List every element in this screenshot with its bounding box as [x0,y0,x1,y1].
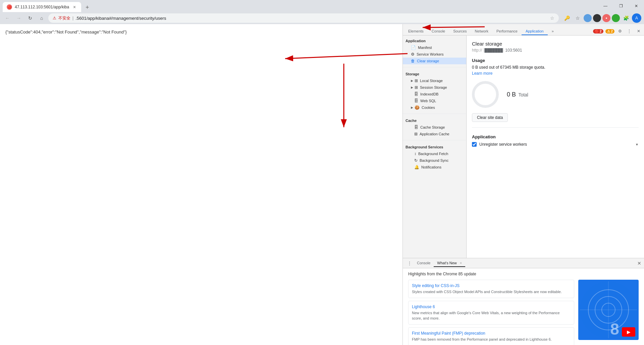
sidebar-item-cookies[interactable]: ▶ 🍪 Cookies [403,104,466,111]
tab-application[interactable]: Application [522,28,548,35]
sidebar-section-storage: Storage [403,70,466,77]
clear-storage-panel: Clear storage http:// ███████ 103:5601 U… [467,36,644,153]
key-icon[interactable]: 🔑 [562,13,572,23]
tab-favicon: 🔴 [7,4,12,10]
bottom-panel-close-button[interactable]: ✕ [637,261,641,266]
bg-sync-icon: ↻ [414,158,418,163]
close-button[interactable]: ✕ [629,0,644,12]
tab-more[interactable]: » [548,28,558,35]
page-content: {"statusCode":404,"error":"Not Found","m… [0,24,402,345]
devtools-settings-button[interactable]: ⚙ [616,27,624,35]
devtools-controls: 🔴 2 ⚠ 2 ⚙ ⋮ ✕ [593,27,643,35]
wn-item-title-1[interactable]: Lighthouse 6 [412,304,571,309]
error-badge: 🔴 2 [593,29,603,33]
application-section: Application Unregister service workers ▼ [472,134,639,147]
whats-new-header: Highlights from the Chrome 85 update [408,272,639,276]
error-message: {"statusCode":404,"error":"Not Found","m… [5,29,127,34]
tab-performance[interactable]: Performance [492,28,522,35]
tab-sources[interactable]: Sources [449,28,471,35]
cookies-icon: 🍪 [415,105,420,110]
forward-button[interactable]: → [14,13,23,23]
sidebar-item-notifications[interactable]: 🔔 Notifications [403,164,466,170]
sidebar-item-cache-storage[interactable]: 🗄 Cache Storage [403,124,466,131]
extension1-icon[interactable] [584,14,592,22]
usage-text: 0 B used out of 67345 MB storage quota. [472,65,639,70]
wn-item-title-2[interactable]: First Meaningful Paint (FMP) deprecation [412,331,571,336]
browser-content: {"statusCode":404,"error":"Not Found","m… [0,24,644,345]
sidebar-item-local-storage[interactable]: ▶ ⊞ Local Storage [403,77,466,84]
browser-frame: 🔴 47.113.112.103:5601/app/kiba × + — ❐ ✕… [0,0,644,345]
new-tab-button[interactable]: + [83,3,92,12]
wn-item-2: First Meaningful Paint (FMP) deprecation… [408,327,574,345]
back-button[interactable]: ← [3,13,12,23]
devtools-bottom-panel: ⋮ Console What's New × ✕ Highlights from… [403,258,644,345]
browser-tab[interactable]: 🔴 47.113.112.103:5601/app/kiba × [3,2,81,12]
tab-title: 47.113.112.103:5601/app/kiba [15,5,69,9]
devtools-panel: Elements Console Sources Network Perform… [402,24,644,345]
home-button[interactable]: ⌂ [37,13,46,23]
extension3-icon[interactable]: ● [602,14,610,22]
sidebar-item-service-workers[interactable]: ⚙ Service Workers [403,51,466,58]
warn-badge: ⚠ 2 [605,29,614,33]
minimize-button[interactable]: — [598,0,613,12]
unregister-checkbox[interactable] [472,142,477,147]
indexeddb-icon: 🗄 [414,92,418,96]
sidebar-item-session-storage[interactable]: ▶ ⊞ Session Storage [403,84,466,91]
tab-elements[interactable]: Elements [404,28,428,35]
url-bar[interactable]: ⚠ 不安全 | .5601/app/kibana#/management/sec… [48,13,559,23]
tab-close-button[interactable]: × [72,4,77,10]
whats-new-close-icon[interactable]: × [460,261,462,265]
session-storage-icon: ⊞ [415,85,418,90]
devtools-close-button[interactable]: ✕ [635,27,643,35]
wn-item-title-0[interactable]: Style editing for CSS-in-JS [412,283,571,288]
bg-fetch-icon: ↕ [414,151,416,156]
url-blurred: ███████ [483,48,504,53]
clear-site-data-button[interactable]: Clear site data [472,113,508,122]
maximize-button[interactable]: ❐ [613,0,629,12]
tab-network[interactable]: Network [471,28,492,35]
app-cache-icon: ⊞ [414,132,418,136]
extension2-icon[interactable] [593,14,601,22]
title-bar: 🔴 47.113.112.103:5601/app/kiba × + — ❐ ✕ [0,0,644,12]
profile-icon[interactable]: A [632,13,641,23]
chrome-version-number: 8 [610,320,619,338]
bottom-tabs: ⋮ Console What's New × ✕ [403,258,644,268]
notifications-icon: 🔔 [414,165,419,169]
storage-donut-chart [472,81,499,108]
dropdown-arrow-icon[interactable]: ▼ [635,143,639,146]
bottom-tab-console[interactable]: Console [414,260,434,267]
sidebar-item-manifest[interactable]: 📄 Manifest [403,44,466,51]
donut-chart-row: 0 B Total [472,81,639,108]
sidebar-item-app-cache[interactable]: ⊞ Application Cache [403,131,466,137]
learn-more-link[interactable]: Learn more [472,71,492,76]
sidebar-section-cache: Cache [403,117,466,124]
sidebar-item-indexeddb[interactable]: 🗄 IndexedDB [403,91,466,97]
cookies-arrow-icon: ▶ [411,106,413,109]
local-storage-arrow-icon: ▶ [411,79,413,82]
manifest-icon: 📄 [411,45,416,50]
extension4-icon[interactable] [612,14,620,22]
bottom-tab-whats-new[interactable]: What's New × [434,260,465,267]
toolbar-icons: 🔑 ☆ ● 🧩 A [562,13,641,23]
extensions-icon[interactable]: 🧩 [621,13,631,23]
wn-item-desc-0: Styles created with CSS Object Model API… [412,289,571,294]
play-icon: ▶ [627,329,631,335]
tab-console[interactable]: Console [428,28,449,35]
unregister-label: Unregister service workers [479,142,527,147]
devtools-body: Application 📄 Manifest ⚙ Service Workers… [403,36,644,258]
session-storage-arrow-icon: ▶ [411,86,413,89]
reload-button[interactable]: ↻ [25,13,35,23]
devtools-more-button[interactable]: ⋮ [625,27,633,35]
bottom-menu-button[interactable]: ⋮ [406,259,414,267]
sidebar-item-bg-fetch[interactable]: ↕ Background Fetch [403,150,466,157]
clear-storage-icon: 🗑 [411,59,415,63]
clear-site-data-wrapper: Clear site data [472,113,639,122]
sidebar-item-bg-sync[interactable]: ↻ Background Sync [403,157,466,164]
sidebar-item-clear-storage[interactable]: 🗑 Clear storage [403,58,466,64]
star-icon[interactable]: ☆ [550,15,554,21]
unregister-checkbox-row: Unregister service workers ▼ [472,142,639,147]
sidebar-item-websql[interactable]: 🗄 Web SQL [403,97,466,104]
wn-item-desc-1: New metrics that align with Google's Cor… [412,310,571,321]
youtube-play-button[interactable]: ▶ [622,327,635,337]
bookmark-star-icon[interactable]: ☆ [573,13,582,23]
